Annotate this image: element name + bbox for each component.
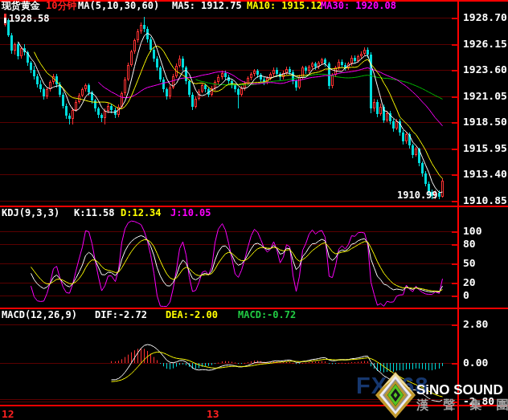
price-axis-label: 1910.85	[463, 194, 507, 206]
price-axis-label: 1923.60	[463, 63, 507, 75]
symbol-label: 现货黄金	[2, 1, 40, 11]
macd-axis-label: 2.80	[463, 318, 488, 330]
kdj-k-value: K:11.58	[74, 208, 115, 218]
sino-sound-watermark: SiNO SOUND	[416, 382, 503, 398]
timeframe-label[interactable]: 10分钟	[46, 1, 76, 11]
macd-axis-label: 0.00	[463, 357, 488, 369]
time-label-13: 13	[207, 408, 219, 420]
trading-chart-window: 现货黄金 10分钟 MA(5,10,30,60) MA5: 1912.75 MA…	[0, 0, 508, 420]
kdj-axis-label: 100	[463, 225, 481, 237]
sino-sound-cn-watermark: 漢 聲 集 團	[416, 398, 508, 413]
time-label-12: 12	[2, 408, 14, 420]
price-axis-label: 1915.95	[463, 142, 507, 154]
kdj-axis-label: 50	[463, 257, 476, 269]
diamond-logo-icon	[375, 371, 416, 420]
macd-dea-value: DEA:-2.00	[166, 310, 218, 320]
open-price-label: 1928.58	[9, 13, 50, 24]
ma5-value: MA5: 1912.75	[172, 1, 242, 11]
kdj-title[interactable]: KDJ(9,3,3)	[2, 208, 59, 218]
price-axis-label: 1928.70	[463, 11, 507, 23]
kdj-d-value: D:12.34	[121, 208, 162, 218]
kdj-axis-label: 0	[463, 289, 469, 301]
low-price-label: 1910.99	[397, 190, 438, 201]
ma30-value: MA30: 1920.08	[321, 1, 396, 11]
price-axis-label: 1926.15	[463, 38, 507, 50]
open-price-marker-icon	[4, 14, 6, 23]
ma-group-label: MA(5,10,30,60)	[78, 1, 159, 11]
ma10-value: MA10: 1915.12	[247, 1, 322, 11]
price-axis-label: 1918.50	[463, 116, 507, 128]
macd-title[interactable]: MACD(12,26,9)	[2, 310, 77, 320]
macd-hist-value: MACD:-0.72	[238, 310, 296, 320]
kdj-axis-label: 80	[463, 238, 476, 250]
macd-dif-value: DIF:-2.72	[95, 310, 147, 320]
kdj-j-value: J:10.05	[170, 208, 211, 218]
price-axis-label: 1913.40	[463, 168, 507, 180]
kdj-axis-label: 20	[463, 276, 476, 288]
price-axis-label: 1921.05	[463, 90, 507, 102]
